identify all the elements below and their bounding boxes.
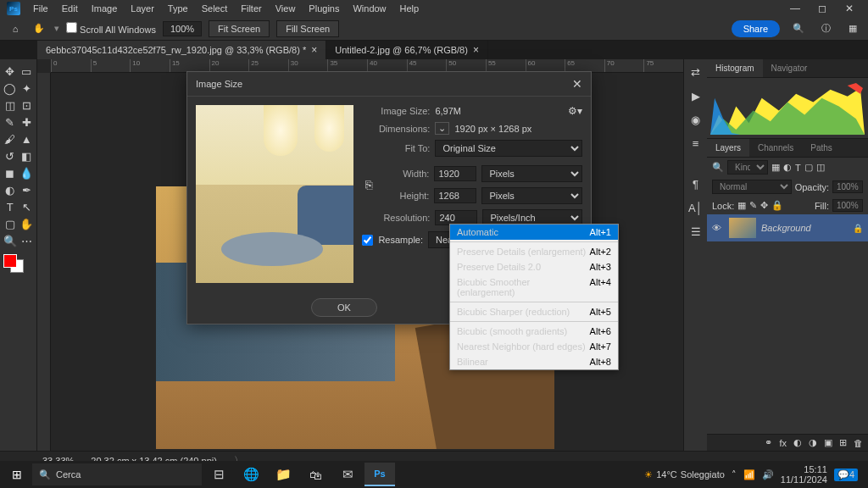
- hand-tool-icon[interactable]: ✋: [19, 215, 36, 232]
- dropdown-item-bilinear[interactable]: BilinearAlt+8: [450, 354, 618, 369]
- start-button[interactable]: ⊞: [3, 463, 31, 486]
- lasso-tool-icon[interactable]: ◯: [2, 80, 19, 97]
- layer-fx-icon[interactable]: fx: [779, 438, 787, 448]
- tab-close-icon[interactable]: ×: [311, 44, 317, 56]
- taskbar-clock[interactable]: 15:11 11/11/2024: [781, 464, 827, 485]
- foreground-color[interactable]: [3, 254, 17, 268]
- crop-tool-icon[interactable]: ◫: [2, 97, 19, 114]
- menu-layer[interactable]: Layer: [125, 2, 160, 15]
- blend-mode-select[interactable]: Normal: [712, 180, 792, 194]
- menu-filter[interactable]: Filter: [235, 2, 267, 15]
- tab-histogram[interactable]: Histogram: [707, 59, 763, 77]
- dropdown-item-bicubic-sharper[interactable]: Bicubic Sharper (reduction)Alt+5: [450, 304, 618, 319]
- ok-button[interactable]: OK: [311, 298, 377, 317]
- filter-icon[interactable]: ▢: [804, 162, 813, 173]
- taskbar-store-icon[interactable]: 🛍: [300, 463, 331, 486]
- move-tool-icon[interactable]: ✥: [2, 63, 19, 80]
- zoom-value[interactable]: 100%: [163, 21, 202, 36]
- panel-icon[interactable]: ≡: [688, 136, 704, 151]
- resample-checkbox[interactable]: [362, 235, 373, 246]
- menu-plugins[interactable]: Plugins: [303, 2, 345, 15]
- menu-select[interactable]: Select: [196, 2, 234, 15]
- share-button[interactable]: Share: [732, 20, 780, 37]
- help-icon[interactable]: ⓘ: [817, 20, 834, 37]
- window-minimize-icon[interactable]: —: [783, 2, 807, 15]
- window-maximize-icon[interactable]: ◻: [810, 2, 834, 15]
- artboard-tool-icon[interactable]: ▭: [19, 63, 36, 80]
- eraser-tool-icon[interactable]: ◧: [19, 147, 36, 164]
- search-icon[interactable]: 🔍: [790, 20, 807, 37]
- lock-icon[interactable]: ▦: [737, 200, 746, 211]
- tab-document-1[interactable]: 6ebbc37045c11d432ce52f75_rw_1920.jpg @ 3…: [37, 41, 326, 59]
- menu-edit[interactable]: Edit: [56, 2, 84, 15]
- notifications-icon[interactable]: 💬4: [834, 469, 858, 481]
- layer-filter-select[interactable]: Kind: [727, 160, 768, 175]
- tray-volume-icon[interactable]: 🔊: [762, 469, 774, 480]
- zoom-tool-icon[interactable]: 🔍: [2, 232, 19, 249]
- filter-icon[interactable]: ◫: [816, 162, 825, 173]
- dropdown-item-automatic[interactable]: AutomaticAlt+1: [450, 225, 618, 240]
- dropdown-item-bicubic[interactable]: Bicubic (smooth gradients)Alt+6: [450, 324, 618, 339]
- menu-file[interactable]: File: [27, 2, 54, 15]
- dropdown-item-preserve-details-2[interactable]: Preserve Details 2.0Alt+3: [450, 259, 618, 274]
- path-tool-icon[interactable]: ↖: [19, 198, 36, 215]
- panel-icon[interactable]: ⇄: [688, 64, 704, 80]
- dimensions-toggle-icon[interactable]: ⌄: [435, 122, 449, 135]
- taskbar-search[interactable]: 🔍 Cerca: [32, 463, 202, 485]
- filter-icon[interactable]: ▦: [771, 162, 780, 173]
- tab-paths[interactable]: Paths: [802, 139, 841, 157]
- menu-window[interactable]: Window: [347, 2, 392, 15]
- panel-icon[interactable]: ☰: [688, 224, 704, 239]
- menu-help[interactable]: Help: [394, 2, 426, 15]
- menu-view[interactable]: View: [270, 2, 302, 15]
- color-swatches[interactable]: [2, 252, 35, 274]
- taskbar-edge-icon[interactable]: 🌐: [236, 463, 266, 486]
- fit-screen-button[interactable]: Fit Screen: [209, 20, 270, 37]
- tab-channels[interactable]: Channels: [749, 139, 802, 157]
- lock-icon[interactable]: 🔒: [771, 200, 783, 211]
- filter-icon[interactable]: T: [795, 163, 801, 173]
- fit-to-select[interactable]: Original Size: [435, 140, 582, 157]
- link-dimensions-icon[interactable]: ⎘: [362, 178, 375, 191]
- shape-tool-icon[interactable]: ▢: [2, 215, 19, 232]
- fill-input[interactable]: [832, 199, 863, 212]
- group-icon[interactable]: ▣: [824, 437, 832, 448]
- more-tools-icon[interactable]: ⋯: [19, 232, 36, 249]
- filter-icon[interactable]: ◐: [783, 162, 792, 173]
- panel-icon[interactable]: A│: [688, 200, 704, 215]
- panel-icon[interactable]: ◉: [688, 112, 704, 127]
- height-input[interactable]: [434, 188, 476, 203]
- panel-icon[interactable]: ¶: [688, 176, 704, 191]
- tray-chevron-icon[interactable]: ˄: [732, 469, 737, 480]
- dropdown-item-bicubic-smoother[interactable]: Bicubic Smoother (enlargement)Alt+4: [450, 274, 618, 300]
- pen-tool-icon[interactable]: ✒: [19, 181, 36, 198]
- workspace-icon[interactable]: ▦: [844, 20, 861, 37]
- stamp-tool-icon[interactable]: ▲: [19, 130, 36, 147]
- menu-type[interactable]: Type: [162, 2, 194, 15]
- taskbar-weather[interactable]: ☀ 14°C Soleggiato: [644, 469, 725, 480]
- history-brush-icon[interactable]: ↺: [2, 147, 19, 164]
- layer-row-background[interactable]: 👁 Background 🔒: [707, 214, 868, 241]
- heal-tool-icon[interactable]: ✚: [19, 114, 36, 130]
- task-view-icon[interactable]: ⊟: [203, 463, 234, 486]
- eyedropper-tool-icon[interactable]: ✎: [2, 114, 19, 130]
- dodge-tool-icon[interactable]: ◐: [2, 181, 19, 198]
- dialog-close-icon[interactable]: ✕: [572, 77, 582, 91]
- height-unit-select[interactable]: Pixels: [481, 187, 582, 204]
- taskbar-explorer-icon[interactable]: 📁: [268, 463, 298, 486]
- frame-tool-icon[interactable]: ⊡: [19, 97, 36, 114]
- tab-document-2[interactable]: Untitled-2.jpg @ 66,7% (RGB/8) ×: [326, 41, 488, 59]
- tray-network-icon[interactable]: 📶: [743, 469, 755, 480]
- blur-tool-icon[interactable]: 💧: [19, 164, 36, 181]
- adjustment-icon[interactable]: ◑: [809, 437, 817, 448]
- width-input[interactable]: [434, 166, 476, 181]
- tab-close-icon[interactable]: ×: [473, 44, 479, 56]
- lock-icon[interactable]: ✎: [749, 200, 757, 211]
- tab-layers[interactable]: Layers: [707, 139, 749, 157]
- window-close-icon[interactable]: ✕: [837, 2, 861, 15]
- delete-layer-icon[interactable]: 🗑: [854, 438, 863, 448]
- fill-screen-button[interactable]: Fill Screen: [276, 20, 339, 37]
- layer-mask-icon[interactable]: ◐: [793, 437, 802, 448]
- link-layers-icon[interactable]: ⚭: [765, 437, 772, 448]
- taskbar-mail-icon[interactable]: ✉: [332, 463, 363, 486]
